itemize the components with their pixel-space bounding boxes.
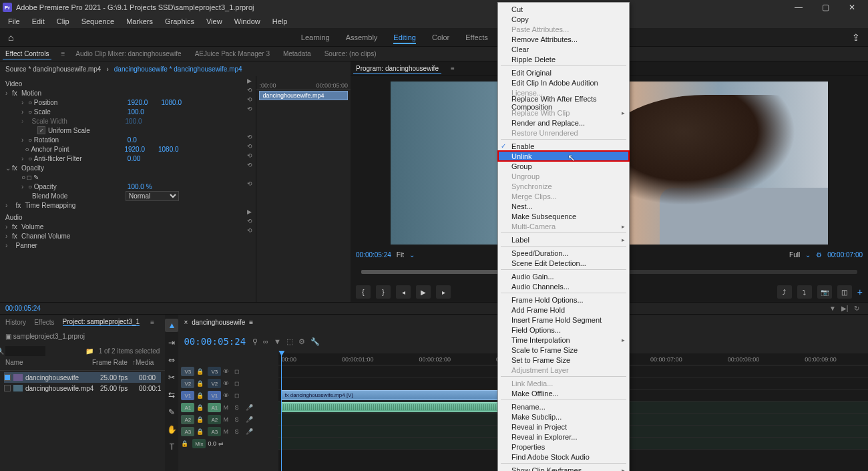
export-frame-icon[interactable]: 📷 xyxy=(817,285,832,299)
menu-item-scale-to-frame-size[interactable]: Scale to Frame Size xyxy=(498,345,629,355)
opacity-effect[interactable]: Opacity xyxy=(21,164,44,172)
menu-sequence[interactable]: Sequence xyxy=(76,16,120,27)
menu-item-time-interpolation[interactable]: Time Interpolation▸ xyxy=(498,335,629,345)
menu-item-set-to-frame-size[interactable]: Set to Frame Size xyxy=(498,355,629,365)
project-tab[interactable]: Project: sampleproject3_1 xyxy=(63,318,140,326)
menu-item-nest-[interactable]: Nest... xyxy=(498,201,629,211)
project-item[interactable]: dancinghousewife.mp425.00 fps00:00:1 xyxy=(4,383,161,394)
step-fwd-icon[interactable]: ▸ xyxy=(436,285,451,299)
type-tool-icon[interactable]: T xyxy=(165,440,178,454)
menu-item-replace-with-after-effects-composition[interactable]: Replace With After Effects Composition xyxy=(498,98,629,108)
anchor-y[interactable]: 1080.0 xyxy=(158,146,179,153)
zoom-fit[interactable]: Fit xyxy=(397,251,404,259)
time-remapping[interactable]: Time Remapping xyxy=(25,202,76,209)
source-tab[interactable]: Metadata xyxy=(280,49,314,59)
pen-tool-icon[interactable]: ✎ xyxy=(165,406,178,419)
add-button-icon[interactable]: + xyxy=(857,287,863,297)
extract-icon[interactable]: ⤵ xyxy=(797,285,812,299)
loop-icon[interactable]: ↻ xyxy=(851,305,863,312)
ec-clip-bar[interactable]: dancinghousewife.mp4 xyxy=(259,91,348,100)
menu-item-reveal-in-explorer-[interactable]: Reveal in Explorer... xyxy=(498,432,629,442)
menu-item-edit-original[interactable]: Edit Original xyxy=(498,67,629,77)
lift-icon[interactable]: ⤴ xyxy=(777,285,792,299)
wrench-icon[interactable]: 🔧 xyxy=(310,337,320,346)
menu-item-reveal-in-project[interactable]: Reveal in Project xyxy=(498,422,629,432)
flicker-value[interactable]: 0.00 xyxy=(128,155,140,162)
menu-item-rename-[interactable]: Rename... xyxy=(498,402,629,412)
menu-item-render-and-replace-[interactable]: Render and Replace... xyxy=(498,118,629,128)
settings-icon[interactable]: ⚙ xyxy=(298,337,305,346)
anchor-x[interactable]: 1920.0 xyxy=(124,146,145,153)
folder-icon[interactable]: 📁 xyxy=(85,347,93,355)
menu-item-make-subsequence[interactable]: Make Subsequence xyxy=(498,211,629,221)
workspace-learning[interactable]: Learning xyxy=(301,33,330,41)
compare-icon[interactable]: ◫ xyxy=(837,285,852,299)
slip-tool-icon[interactable]: ⇆ xyxy=(165,388,178,402)
workspace-effects[interactable]: Effects xyxy=(465,33,487,41)
menu-item-add-frame-hold[interactable]: Add Frame Hold xyxy=(498,305,629,315)
step-back-icon[interactable]: ◂ xyxy=(396,285,411,299)
playhead[interactable] xyxy=(281,353,282,471)
program-tab[interactable]: Program: dancinghousewife xyxy=(353,63,441,74)
menu-clip[interactable]: Clip xyxy=(51,16,75,27)
source-tab[interactable]: AEJuice Pack Manager 3 xyxy=(192,49,272,59)
menu-item-properties[interactable]: Properties xyxy=(498,442,629,452)
menu-item-unlink[interactable]: Unlink xyxy=(498,151,629,161)
menu-edit[interactable]: Edit xyxy=(27,16,50,27)
menu-item-show-clip-keyframes[interactable]: Show Clip Keyframes▸ xyxy=(498,465,629,471)
channel-volume[interactable]: Channel Volume xyxy=(21,232,70,240)
filter-icon[interactable]: ▼ xyxy=(827,305,839,312)
menu-item-edit-clip-in-adobe-audition[interactable]: Edit Clip In Adobe Audition xyxy=(498,77,629,88)
menu-item-remove-attributes-[interactable]: Remove Attributes... xyxy=(498,34,629,44)
panner[interactable]: Panner xyxy=(16,242,37,249)
menu-item-clear[interactable]: Clear xyxy=(498,44,629,54)
panel-menu-icon[interactable]: ≡ xyxy=(249,319,253,326)
menu-item-label[interactable]: Label▸ xyxy=(498,234,629,245)
toggle-icon[interactable]: ▶| xyxy=(839,305,851,312)
insert-icon[interactable]: ⬚ xyxy=(286,337,293,346)
home-icon[interactable]: ⌂ xyxy=(8,32,13,43)
panel-menu-icon[interactable]: ≡ xyxy=(451,65,455,72)
position-x[interactable]: 1920.0 xyxy=(128,99,148,106)
linked-sel-icon[interactable]: ∞ xyxy=(263,337,268,346)
position-y[interactable]: 1080.0 xyxy=(161,99,182,106)
menu-item-make-offline-[interactable]: Make Offline... xyxy=(498,388,629,398)
menu-item-field-options-[interactable]: Field Options... xyxy=(498,325,629,335)
motion-effect[interactable]: Motion xyxy=(21,90,41,97)
settings-icon[interactable]: ⚙ xyxy=(816,251,822,259)
ripple-tool-icon[interactable]: ⇔ xyxy=(165,353,178,367)
blend-mode-select[interactable]: Normal xyxy=(126,191,179,201)
hand-tool-icon[interactable]: ✋ xyxy=(165,423,178,436)
menu-item-scene-edit-detection-[interactable]: Scene Edit Detection... xyxy=(498,258,629,268)
marker-icon[interactable]: ▼ xyxy=(274,337,281,346)
sequence-tab[interactable]: dancinghousewife xyxy=(192,319,245,326)
play-icon[interactable]: ▶ xyxy=(416,285,431,299)
effect-controls-timeline[interactable]: :00:0000:00:05:00 dancinghousewife.mp4 xyxy=(256,76,351,302)
source-tab[interactable]: Source: (no clips) xyxy=(322,49,379,59)
project-tab[interactable]: Effects xyxy=(34,319,54,326)
scale-value[interactable]: 100.0 xyxy=(128,108,144,116)
menu-item-group[interactable]: Group xyxy=(498,161,629,171)
maximize-button[interactable]: ▢ xyxy=(812,0,839,15)
workspace-color[interactable]: Color xyxy=(432,33,449,41)
menu-window[interactable]: Window xyxy=(229,16,266,27)
project-search-input[interactable] xyxy=(5,346,45,356)
menu-item-audio-gain-[interactable]: Audio Gain... xyxy=(498,271,629,281)
menu-item-copy[interactable]: Copy xyxy=(498,14,629,24)
menu-item-frame-hold-options-[interactable]: Frame Hold Options... xyxy=(498,295,629,305)
menu-item-speed-duration-[interactable]: Speed/Duration... xyxy=(498,248,629,258)
selection-tool-icon[interactable]: ▲ xyxy=(165,319,178,332)
workspace-editing[interactable]: Editing xyxy=(393,33,416,44)
menu-item-audio-channels-[interactable]: Audio Channels... xyxy=(498,281,629,291)
mark-out-icon[interactable]: } xyxy=(376,285,391,299)
project-breadcrumb[interactable]: sampleproject3_1.prproj xyxy=(13,333,85,340)
export-icon[interactable]: ⇪ xyxy=(852,32,860,43)
volume-effect[interactable]: Volume xyxy=(21,223,43,230)
menu-item-insert-frame-hold-segment[interactable]: Insert Frame Hold Segment xyxy=(498,315,629,325)
menu-view[interactable]: View xyxy=(201,16,228,27)
ec-sequence-link[interactable]: dancinghousewife * dancinghousewife.mp4 xyxy=(114,65,242,73)
program-timecode[interactable]: 00:00:05:24 xyxy=(356,251,391,259)
uniform-scale-checkbox[interactable]: ✓ xyxy=(37,126,45,134)
project-tab[interactable]: History xyxy=(5,319,26,326)
bin-icon[interactable]: ▣ xyxy=(5,333,11,340)
